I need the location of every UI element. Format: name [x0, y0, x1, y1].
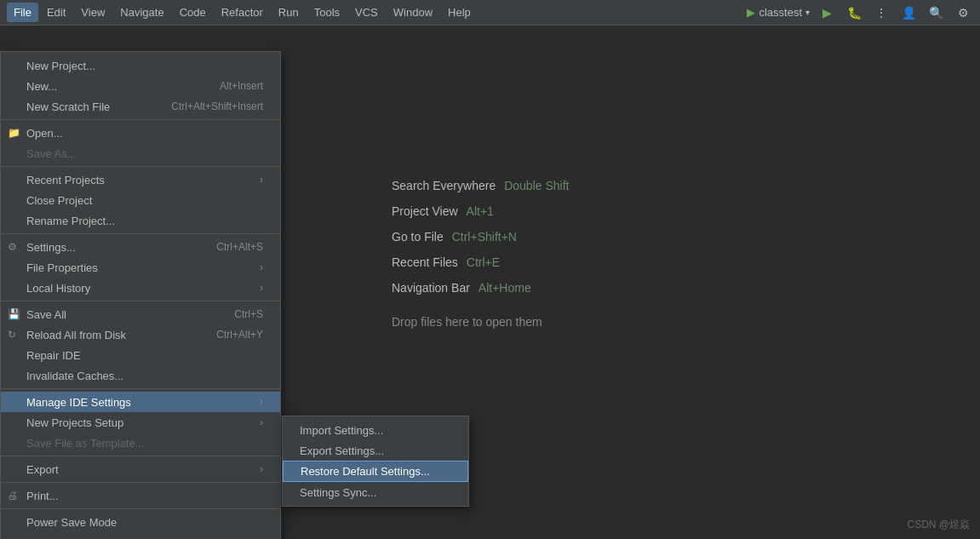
manage-ide-submenu: Import Settings... Export Settings... Re… [282, 416, 469, 507]
menu-item-recent-projects[interactable]: Recent Projects › [1, 169, 280, 190]
menu-item-exit[interactable]: Exit [1, 532, 280, 539]
arrow-icon: › [260, 174, 263, 186]
settings-icon[interactable]: ⚙ [953, 3, 973, 23]
hint-search-everywhere: Search Everywhere Double Shift [392, 179, 569, 192]
menu-item-close-project[interactable]: Close Project [1, 190, 280, 210]
main-content: Search Everywhere Double Shift Project V… [0, 26, 980, 539]
menu-item-file-properties[interactable]: File Properties › [1, 257, 280, 278]
menubar-left: File Edit View Navigate Code Refactor Ru… [7, 3, 747, 22]
menu-item-save-all[interactable]: 💾 Save All Ctrl+S [1, 304, 280, 324]
menu-item-rename-project[interactable]: Rename Project... [1, 210, 280, 231]
project-name[interactable]: ▶ classtest ▾ [747, 6, 810, 19]
menu-run[interactable]: Run [272, 3, 306, 22]
export-arrow-icon: › [260, 463, 263, 475]
menu-navigate[interactable]: Navigate [113, 3, 170, 22]
menu-item-power-save[interactable]: Power Save Mode [1, 512, 280, 532]
hint-goto-key: Ctrl+Shift+N [452, 230, 517, 244]
hint-search-label: Search Everywhere [392, 179, 496, 192]
watermark: CSDN @煜焱 [907, 518, 970, 532]
hint-nav-key: Alt+Home [479, 281, 531, 295]
folder-icon: 📁 [8, 127, 20, 139]
menu-item-invalidate-caches[interactable]: Invalidate Caches... [1, 365, 280, 386]
menu-tools[interactable]: Tools [307, 3, 347, 22]
file-dropdown: New Project... New... Alt+Insert New Scr… [0, 51, 281, 539]
separator-2 [1, 166, 280, 167]
separator-6 [1, 456, 280, 456]
menu-file[interactable]: File [7, 3, 38, 22]
menu-item-print[interactable]: 🖨 Print... [1, 485, 280, 506]
submenu-export-settings[interactable]: Export Settings... [283, 440, 468, 461]
hint-goto-file: Go to File Ctrl+Shift+N [392, 230, 569, 244]
menu-item-save-file-template: Save File as Template... [1, 433, 280, 453]
menu-item-new-scratch[interactable]: New Scratch File Ctrl+Alt+Shift+Insert [1, 96, 280, 117]
hint-nav-bar: Navigation Bar Alt+Home [392, 281, 569, 295]
menubar-right: ▶ classtest ▾ ▶ 🐛 ⋮ 👤 🔍 ⚙ [747, 3, 973, 23]
menu-vcs[interactable]: VCS [348, 3, 385, 22]
menu-item-new-project[interactable]: New Project... [1, 55, 280, 76]
separator-5 [1, 388, 280, 389]
hint-project-label: Project View [392, 204, 458, 218]
hint-recent-key: Ctrl+E [467, 255, 500, 269]
menu-item-open[interactable]: 📁 Open... [1, 123, 280, 143]
hint-nav-label: Navigation Bar [392, 281, 470, 295]
hint-goto-label: Go to File [392, 230, 444, 244]
separator-7 [1, 482, 280, 483]
local-history-arrow-icon: › [260, 282, 263, 294]
new-projects-arrow-icon: › [260, 416, 263, 428]
menu-help[interactable]: Help [441, 3, 478, 22]
menu-window[interactable]: Window [387, 3, 439, 22]
separator-3 [1, 233, 280, 234]
run-button[interactable]: ▶ [817, 3, 837, 23]
account-icon[interactable]: 👤 [898, 3, 919, 23]
separator-8 [1, 508, 280, 509]
debug-button[interactable]: 🐛 [844, 3, 864, 23]
settings-prefix-icon: ⚙ [8, 241, 17, 253]
menu-item-new-projects-setup[interactable]: New Projects Setup › [1, 412, 280, 433]
reload-prefix-icon: ↻ [8, 329, 16, 341]
menu-view[interactable]: View [74, 3, 112, 22]
hint-search-key: Double Shift [504, 179, 569, 192]
menubar: File Edit View Navigate Code Refactor Ru… [0, 0, 980, 26]
separator-1 [1, 119, 280, 120]
manage-ide-arrow-icon: › [260, 396, 263, 408]
menu-item-new[interactable]: New... Alt+Insert [1, 76, 280, 96]
submenu-import-settings[interactable]: Import Settings... [283, 420, 468, 440]
menu-code[interactable]: Code [173, 3, 213, 22]
hint-panel: Search Everywhere Double Shift Project V… [392, 179, 569, 329]
save-prefix-icon: 💾 [8, 308, 20, 320]
menu-item-local-history[interactable]: Local History › [1, 278, 280, 298]
hint-recent-label: Recent Files [392, 255, 458, 269]
separator-4 [1, 301, 280, 301]
menu-item-settings[interactable]: ⚙ Settings... Ctrl+Alt+S [1, 237, 280, 257]
search-everywhere-icon[interactable]: 🔍 [926, 3, 946, 23]
menu-item-manage-ide[interactable]: Manage IDE Settings › Import Settings...… [1, 392, 280, 412]
more-actions-button[interactable]: ⋮ [871, 3, 891, 23]
menu-item-export[interactable]: Export › [1, 459, 280, 479]
hint-recent-files: Recent Files Ctrl+E [392, 255, 569, 269]
submenu-settings-sync[interactable]: Settings Sync... [283, 482, 468, 502]
hint-project-key: Alt+1 [467, 204, 494, 218]
submenu-restore-defaults[interactable]: Restore Default Settings... [283, 461, 468, 482]
hint-project-view: Project View Alt+1 [392, 204, 569, 218]
menu-item-repair-ide[interactable]: Repair IDE [1, 345, 280, 365]
file-properties-arrow-icon: › [260, 261, 263, 273]
menu-edit[interactable]: Edit [40, 3, 72, 22]
menu-item-reload[interactable]: ↻ Reload All from Disk Ctrl+Alt+Y [1, 324, 280, 345]
hint-drop-text: Drop files here to open them [392, 315, 569, 329]
print-prefix-icon: 🖨 [8, 490, 18, 502]
menu-item-save-as: Save As... [1, 143, 280, 163]
menu-refactor[interactable]: Refactor [215, 3, 270, 22]
